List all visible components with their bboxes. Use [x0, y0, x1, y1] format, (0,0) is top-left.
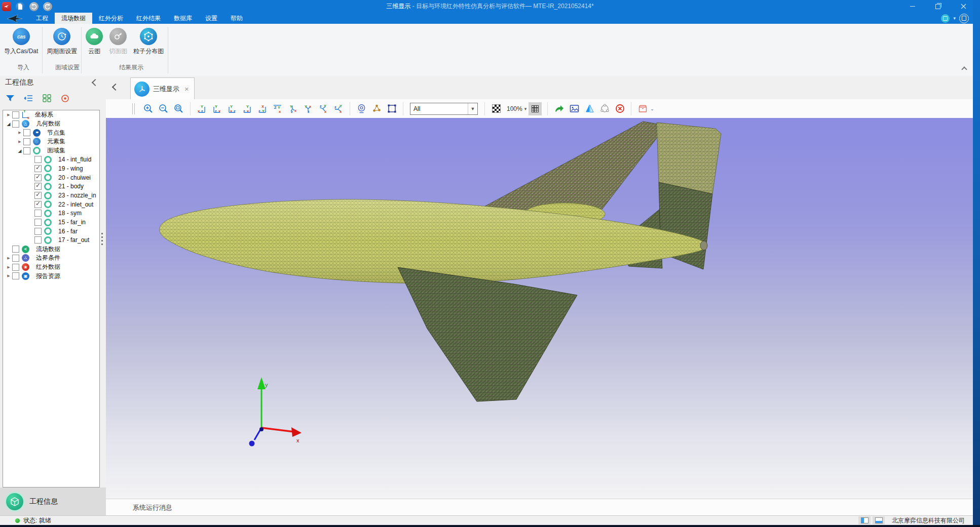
- minimize-button[interactable]: [907, 2, 918, 12]
- tree-row[interactable]: 流场数据: [3, 245, 99, 254]
- view-iso-2-icon[interactable]: Yxz: [301, 102, 315, 115]
- tree-row[interactable]: 15 - far_in: [3, 218, 99, 227]
- chevron-down-icon[interactable]: ▾: [953, 16, 956, 21]
- tree-row[interactable]: 元素集: [3, 137, 99, 146]
- tree-expander-icon[interactable]: [6, 112, 12, 118]
- layout-left-panel-button[interactable]: [858, 516, 871, 524]
- new-document-button[interactable]: [16, 2, 25, 11]
- visibility-checkbox[interactable]: [12, 255, 19, 262]
- ribbon-collapse-button[interactable]: [962, 67, 967, 72]
- quick-save-button[interactable]: [2, 2, 11, 11]
- visibility-checkbox[interactable]: [12, 272, 19, 279]
- filter-icon[interactable]: [4, 92, 16, 104]
- view-back-icon[interactable]: Yzx: [210, 102, 223, 115]
- tree-row[interactable]: 21 - body: [3, 182, 99, 191]
- view-iso-4-icon[interactable]: zYx: [332, 102, 345, 115]
- tree-expander-icon[interactable]: [6, 273, 12, 279]
- visibility-checkbox[interactable]: [34, 219, 42, 226]
- menu-item-flowfield-data[interactable]: 流场数据: [55, 13, 92, 24]
- tree-row[interactable]: 20 - chuiwei: [3, 173, 99, 182]
- tree-row[interactable]: 报告资源: [3, 271, 99, 280]
- visibility-checkbox[interactable]: [12, 264, 19, 271]
- probe-icon[interactable]: [355, 102, 368, 115]
- visibility-checkbox[interactable]: [34, 156, 42, 163]
- restore-button[interactable]: [932, 2, 944, 12]
- view-iso-3-icon[interactable]: zYx: [317, 102, 330, 115]
- section-sphere-icon[interactable]: [598, 102, 611, 115]
- visibility-checkbox[interactable]: [34, 183, 42, 190]
- redo-button[interactable]: [43, 2, 52, 11]
- menu-item-ir-analysis[interactable]: 红外分析: [92, 13, 130, 24]
- clear-all-icon[interactable]: [613, 102, 626, 115]
- tree-expander-icon[interactable]: [28, 219, 34, 225]
- visibility-checkbox[interactable]: [34, 228, 42, 235]
- tree-row[interactable]: 16 - far: [3, 227, 99, 236]
- layout-bottom-panel-button[interactable]: [873, 516, 885, 524]
- message-bar[interactable]: 系统运行消息: [106, 499, 973, 516]
- tree-expander-icon[interactable]: [28, 237, 34, 243]
- visibility-checkbox[interactable]: [34, 210, 42, 217]
- tab-close-icon[interactable]: ×: [184, 85, 189, 93]
- tree-expander-icon[interactable]: [28, 192, 34, 198]
- ribbon-button-periodic-surface[interactable]: 周期面设置: [44, 27, 80, 57]
- tree-expander-icon[interactable]: [6, 121, 12, 127]
- tree-expander-icon[interactable]: [28, 166, 34, 172]
- tab-3d-display[interactable]: 三维显示 ×: [130, 77, 195, 100]
- ribbon-button-particle-distribution[interactable]: 粒子分布图: [130, 27, 167, 57]
- undo-button[interactable]: [29, 2, 39, 11]
- zoom-out-icon[interactable]: [157, 102, 170, 115]
- tree-row[interactable]: 边界条件: [3, 254, 99, 263]
- tree-expander-icon[interactable]: [28, 183, 34, 189]
- target-icon[interactable]: [59, 92, 71, 104]
- zoom-level-value[interactable]: 100%: [507, 105, 522, 112]
- tree-row[interactable]: 22 - inlet_out: [3, 200, 99, 209]
- view-front-icon[interactable]: Yxz: [195, 102, 208, 115]
- visibility-checkbox[interactable]: [34, 236, 42, 244]
- tree-row[interactable]: 面域集: [3, 146, 99, 155]
- visibility-checkbox[interactable]: [12, 120, 19, 128]
- visibility-checkbox[interactable]: [34, 192, 42, 199]
- tree-expander-icon[interactable]: [6, 264, 12, 270]
- tree-expander-icon[interactable]: [6, 255, 12, 261]
- tree-row[interactable]: 节点集: [3, 128, 99, 137]
- view-bottom-icon[interactable]: ZYx: [271, 102, 284, 115]
- tab-scroll-left-icon[interactable]: [112, 84, 119, 91]
- display-filter-combobox[interactable]: All ▼: [410, 103, 478, 115]
- grid-toggle-button[interactable]: [529, 102, 542, 115]
- tree-expander-icon[interactable]: [28, 228, 34, 234]
- visibility-checkbox[interactable]: [12, 111, 19, 118]
- menu-item-ir-results[interactable]: 红外结果: [130, 13, 167, 24]
- panel-splitter[interactable]: [101, 233, 103, 246]
- tree-expander-icon[interactable]: [28, 210, 34, 216]
- visibility-checkbox[interactable]: [34, 201, 42, 208]
- tree-expander-icon[interactable]: [28, 156, 34, 163]
- tree-row[interactable]: 红外数据: [3, 263, 99, 272]
- tree-row[interactable]: 几何数据: [3, 119, 99, 129]
- particles-icon[interactable]: [370, 102, 383, 115]
- tree-row[interactable]: 19 - wing: [3, 164, 99, 173]
- zoom-fit-icon[interactable]: [172, 102, 185, 115]
- ribbon-button-contour-cloud[interactable]: 云图: [83, 27, 106, 57]
- menu-item-engineering[interactable]: 工程: [29, 13, 55, 24]
- visibility-checkbox[interactable]: [12, 246, 19, 253]
- collapse-list-icon[interactable]: [22, 92, 34, 104]
- package-icon[interactable]: [636, 102, 649, 115]
- tree-expander-icon[interactable]: [17, 139, 23, 145]
- toolbar-grip-handle[interactable]: [132, 103, 135, 114]
- view-right-icon[interactable]: Yzx: [241, 102, 254, 115]
- aircraft-model-canvas[interactable]: y x: [106, 118, 973, 499]
- transparency-icon[interactable]: [489, 102, 503, 115]
- view-top-icon[interactable]: XzY: [256, 102, 269, 115]
- panel-collapse-button[interactable]: [92, 79, 99, 86]
- visibility-checkbox[interactable]: [23, 138, 30, 145]
- export-arrow-icon[interactable]: [552, 102, 566, 115]
- visibility-checkbox[interactable]: [34, 165, 42, 172]
- tree-row[interactable]: 14 - int_fluid: [3, 155, 99, 164]
- tree-expander-icon[interactable]: [6, 246, 12, 252]
- menu-item-help[interactable]: 帮助: [224, 13, 249, 24]
- tree-row[interactable]: 18 - sym: [3, 209, 99, 218]
- viewport-3d[interactable]: y x: [106, 118, 973, 499]
- help-manual-button[interactable]: [959, 14, 969, 23]
- zoom-in-icon[interactable]: [142, 102, 155, 115]
- view-left-icon[interactable]: Yxz: [225, 102, 239, 115]
